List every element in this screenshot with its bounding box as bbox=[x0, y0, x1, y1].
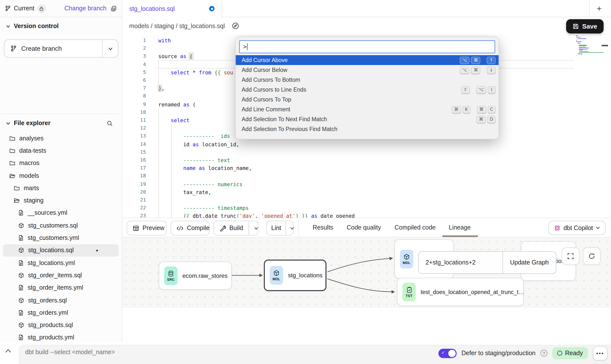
file-tree-item-stg-products-yml[interactable]: stg_products.yml bbox=[0, 331, 122, 344]
lineage-node-stg-locations[interactable]: MDL stg_locations bbox=[264, 260, 326, 291]
code-line-14[interactable]: 14 id as location_id, bbox=[122, 140, 611, 148]
line-number: 5 bbox=[122, 68, 146, 76]
compile-label: Compile bbox=[187, 225, 210, 232]
command-item-6[interactable]: Add Selection To Next Find Match⌘D bbox=[236, 114, 499, 124]
code-line-21[interactable]: 21 bbox=[122, 196, 611, 204]
tab-title: stg_locations.sql bbox=[129, 5, 175, 12]
modified-dot: • bbox=[96, 247, 98, 254]
file-tree-item-stg-order-items-yml[interactable]: stg_order_items.yml bbox=[0, 281, 122, 294]
code-line-20[interactable]: 20 tax_rate, bbox=[122, 188, 611, 196]
file-tree-item-analyses[interactable]: analyses bbox=[0, 132, 122, 145]
tab-compiled-code[interactable]: Compiled code bbox=[395, 218, 436, 237]
code-text: tax_rate, bbox=[158, 188, 211, 196]
compass-icon[interactable] bbox=[230, 20, 242, 32]
file-icon bbox=[18, 335, 24, 341]
more-options-button[interactable]: ••• bbox=[593, 346, 608, 360]
tab-stg-locations-sql[interactable]: stg_locations.sql bbox=[122, 0, 222, 17]
code-line-17[interactable]: 17 name as location_name, bbox=[122, 164, 611, 172]
code-line-19[interactable]: 19 ---------- numerics bbox=[122, 180, 611, 188]
file-tree-item-stg-order-items-sql[interactable]: stg_order_items.sql bbox=[0, 269, 122, 282]
file-tree-item-models[interactable]: models bbox=[0, 169, 122, 182]
tab-results-label: Results bbox=[313, 224, 333, 231]
file-tree-item-stg-customers-sql[interactable]: stg_customers.sql bbox=[0, 219, 122, 232]
file-tree-item--sources-yml[interactable]: __sources.yml bbox=[0, 207, 122, 219]
copy-icon[interactable] bbox=[110, 5, 117, 12]
key-chip: ⌘ bbox=[451, 106, 461, 113]
file-tree-item-stg-products-sql[interactable]: stg_products.sql bbox=[0, 319, 122, 331]
code-line-18[interactable]: 18 bbox=[122, 172, 611, 180]
tab-lineage[interactable]: Lineage bbox=[449, 218, 471, 237]
preview-button[interactable]: Preview bbox=[127, 221, 167, 235]
line-number: 12 bbox=[122, 124, 146, 132]
build-button[interactable]: Build bbox=[214, 221, 258, 235]
file-name: stg_products.sql bbox=[28, 322, 73, 329]
code-text: with bbox=[158, 36, 171, 44]
command-item-4[interactable]: Add Cursors To Top bbox=[236, 95, 499, 104]
code-line-16[interactable]: 16 ---------- text bbox=[122, 156, 611, 164]
tab-results[interactable]: Results bbox=[313, 218, 333, 237]
scrollbar-marker[interactable] bbox=[602, 45, 608, 46]
create-branch-button[interactable]: Create branch bbox=[4, 39, 118, 58]
code-line-22[interactable]: 22 ---------- timestamps bbox=[122, 204, 611, 212]
file-name: __sources.yml bbox=[28, 210, 67, 216]
file-tree-item-macros[interactable]: macros bbox=[0, 157, 122, 169]
fullscreen-button[interactable] bbox=[562, 247, 579, 265]
code-line-15[interactable]: 15 bbox=[122, 148, 611, 156]
line-number: 3 bbox=[122, 52, 146, 60]
save-button[interactable]: Save bbox=[566, 19, 604, 33]
command-item-7[interactable]: Add Selection To Previous Find Match bbox=[236, 124, 499, 134]
change-branch-link[interactable]: Change branch bbox=[64, 5, 107, 12]
command-item-0[interactable]: Add Cursor Above⌥⌘↑ bbox=[236, 55, 499, 65]
line-number: 22 bbox=[122, 204, 146, 212]
dbt-copilot-button[interactable]: dbt Copilot bbox=[548, 221, 606, 235]
file-name: stg_locations.yml bbox=[28, 259, 75, 266]
create-branch-menu-chevron[interactable] bbox=[102, 40, 118, 57]
check-icon: ✓ bbox=[441, 350, 445, 355]
lineage-node-test[interactable]: TST test_does_location_opened_at_trunc_t… bbox=[397, 278, 524, 306]
editor-minimap[interactable] bbox=[576, 35, 605, 56]
defer-toggle[interactable]: ✓ bbox=[438, 348, 457, 358]
build-menu-chevron[interactable] bbox=[249, 221, 263, 235]
file-tree-item-stg-locations-sql[interactable]: stg_locations.sql• bbox=[3, 244, 119, 257]
file-icon bbox=[18, 285, 24, 291]
file-explorer-section-header[interactable]: File explorer bbox=[6, 120, 116, 127]
lint-menu-chevron[interactable] bbox=[286, 221, 298, 235]
help-icon[interactable]: ? bbox=[540, 350, 547, 357]
lint-button[interactable]: Lint bbox=[266, 221, 293, 235]
status-bar: dbt build --select <model_name> ✓ Defer … bbox=[0, 342, 611, 364]
file-tree-item-stg-orders-sql[interactable]: stg_orders.sql bbox=[0, 294, 122, 307]
key-chip: ⌘ bbox=[471, 56, 481, 64]
search-icon[interactable] bbox=[107, 120, 116, 126]
model-cube-icon: MDL bbox=[400, 250, 413, 268]
code-text: ---------- text bbox=[158, 156, 230, 164]
file-tree-item-stg-customers-yml[interactable]: stg_customers.yml bbox=[0, 232, 122, 244]
file-icon bbox=[18, 310, 24, 316]
chevron-up-icon[interactable] bbox=[5, 349, 11, 353]
command-item-2[interactable]: Add Cursors To Bottom bbox=[236, 75, 499, 85]
refresh-button[interactable] bbox=[583, 247, 601, 265]
file-tree-item-staging[interactable]: staging bbox=[0, 194, 122, 207]
lineage-canvas[interactable]: locations MDL locations bbox=[122, 237, 611, 308]
file-tree-item-data-tests[interactable]: data-tests bbox=[0, 145, 122, 157]
key-chip: ⌘ bbox=[477, 106, 486, 113]
file-tree-item-stg-orders-yml[interactable]: stg_orders.yml bbox=[0, 306, 122, 319]
key-chip: ⌥ bbox=[476, 86, 486, 93]
command-item-1[interactable]: Add Cursor Below⌥⌘↓ bbox=[236, 65, 499, 75]
lineage-node-source[interactable]: SRC ecom.raw_stores bbox=[159, 262, 232, 290]
command-item-5[interactable]: Add Line Comment⌘K⌘C bbox=[236, 104, 499, 114]
new-tab-button[interactable]: + bbox=[593, 3, 605, 15]
lineage-node-label: test_does_location_opened_at_trunc_t… bbox=[421, 289, 524, 295]
file-tree-item-stg-locations-yml[interactable]: stg_locations.yml bbox=[0, 257, 122, 269]
file-tree-item-marts[interactable]: marts bbox=[0, 182, 122, 194]
lint-label: Lint bbox=[271, 225, 281, 232]
version-control-section-header[interactable]: Version control bbox=[6, 23, 59, 30]
status-badge[interactable]: Ready bbox=[552, 347, 588, 359]
tab-code-quality[interactable]: Code quality bbox=[347, 218, 381, 237]
command-input[interactable]: dbt build --select <model_name> bbox=[25, 349, 115, 356]
lineage-selector-input[interactable]: 2+stg_locations+2 bbox=[418, 251, 503, 274]
command-palette-input[interactable]: > bbox=[239, 40, 495, 53]
update-graph-button[interactable]: Update Graph bbox=[503, 251, 556, 274]
compile-button[interactable]: Compile bbox=[171, 221, 210, 235]
command-item-3[interactable]: Add Cursors to Line Ends⇧⌥I bbox=[236, 85, 499, 95]
file-name: models bbox=[19, 172, 39, 179]
